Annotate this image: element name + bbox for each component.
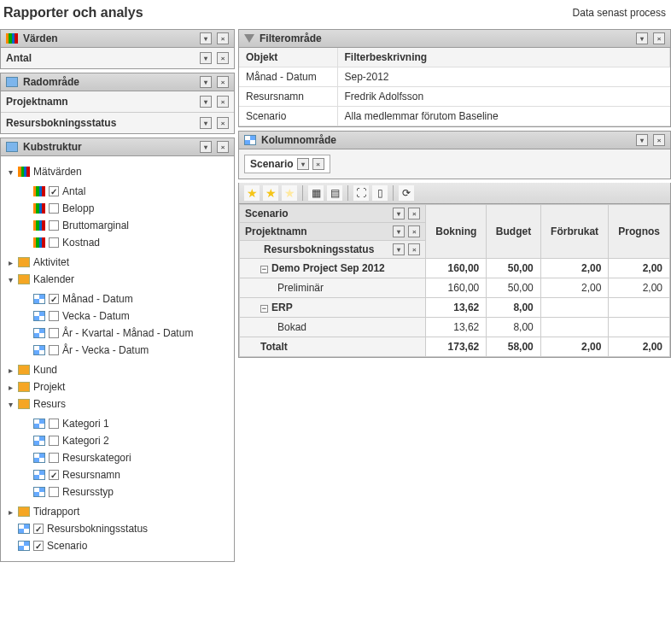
col-header[interactable]: Bokning xyxy=(426,205,487,259)
remove-icon[interactable]: × xyxy=(217,96,229,108)
hierarchy-icon xyxy=(33,419,45,429)
tree-leaf[interactable]: Kategori 2 xyxy=(21,432,230,449)
caret-down-icon[interactable]: ▾ xyxy=(6,167,15,177)
col-header[interactable]: Förbrukat xyxy=(540,205,609,259)
checkbox[interactable] xyxy=(49,311,59,321)
checkbox[interactable] xyxy=(49,436,59,446)
row-field[interactable]: Projektnamn ▾ × xyxy=(1,91,234,113)
column-area-title: Kolumnområde xyxy=(261,134,336,146)
checkbox[interactable] xyxy=(49,453,59,463)
dropdown-icon[interactable]: ▾ xyxy=(200,52,212,64)
tree-node-tidrapport[interactable]: ▸ Tidrapport xyxy=(6,503,230,520)
checkbox[interactable] xyxy=(33,524,44,534)
dropdown-icon[interactable]: ▾ xyxy=(393,243,405,255)
value-field[interactable]: Antal ▾ × xyxy=(1,48,234,68)
checkbox[interactable] xyxy=(49,345,59,355)
checkbox[interactable] xyxy=(49,186,59,196)
dimension-icon xyxy=(18,274,30,284)
close-icon[interactable]: × xyxy=(217,32,229,44)
checkbox[interactable] xyxy=(49,487,59,497)
tree-node-aktivitet[interactable]: ▸ Aktivitet xyxy=(6,254,230,271)
tree-leaf[interactable]: År - Vecka - Datum xyxy=(21,342,230,359)
tree-node-projekt[interactable]: ▸ Projekt xyxy=(6,378,230,395)
layout-icon[interactable]: ▯ xyxy=(372,185,388,201)
favorite-icon[interactable]: ★ xyxy=(244,185,260,201)
tree-leaf[interactable]: År - Kvartal - Månad - Datum xyxy=(21,325,230,342)
tree-node-kalender[interactable]: ▾ Kalender Månad - DatumVecka - DatumÅr … xyxy=(6,271,230,361)
tree-leaf[interactable]: Resursstyp xyxy=(21,483,230,501)
tree-leaf[interactable]: Kategori 1 xyxy=(21,415,230,432)
remove-icon[interactable]: × xyxy=(408,243,420,255)
row-header-projekt: Projektnamn xyxy=(245,225,389,237)
collapse-icon[interactable]: ▾ xyxy=(200,76,212,88)
dropdown-icon[interactable]: ▾ xyxy=(393,208,405,220)
cube-title: Kubstruktur xyxy=(23,141,82,153)
checkbox[interactable] xyxy=(33,541,44,551)
remove-icon[interactable]: × xyxy=(217,52,229,64)
caret-down-icon[interactable]: ▾ xyxy=(6,400,15,409)
checkbox[interactable] xyxy=(49,419,59,429)
caret-right-icon[interactable]: ▸ xyxy=(6,366,15,375)
collapse-icon[interactable]: ▾ xyxy=(200,32,212,44)
dropdown-icon[interactable]: ▾ xyxy=(297,158,309,170)
checkbox[interactable] xyxy=(49,470,59,480)
row-field[interactable]: Resursbokningsstatus ▾ × xyxy=(1,113,234,133)
tree-leaf[interactable]: Scenario xyxy=(6,537,230,554)
star-outline-icon[interactable]: ★ xyxy=(282,185,297,201)
column-chip[interactable]: Scenario ▾ × xyxy=(244,155,330,173)
tree-leaf[interactable]: Belopp xyxy=(21,200,230,217)
caret-right-icon[interactable]: ▸ xyxy=(6,258,15,267)
tree-leaf[interactable]: Vecka - Datum xyxy=(21,307,230,325)
pivot-icon[interactable]: ▤ xyxy=(327,185,342,201)
checkbox[interactable] xyxy=(49,294,59,304)
checkbox[interactable] xyxy=(49,220,59,231)
caret-right-icon[interactable]: ▸ xyxy=(6,383,15,392)
grid-row-label[interactable]: Preliminär xyxy=(240,278,426,298)
filter-key: Scenario xyxy=(239,107,337,126)
checkbox[interactable] xyxy=(49,237,59,248)
tree-leaf[interactable]: Antal xyxy=(21,183,230,200)
col-header[interactable]: Budget xyxy=(487,205,541,259)
row-field-label: Projektnamn xyxy=(6,96,68,108)
tree-leaf[interactable]: Resursbokningsstatus xyxy=(6,520,230,537)
hierarchy-icon xyxy=(33,470,45,480)
tree-node-resurs[interactable]: ▾ Resurs Kategori 1Kategori 2Resurskateg… xyxy=(6,395,230,503)
remove-icon[interactable]: × xyxy=(408,208,420,220)
grid-row-label[interactable]: Bokad xyxy=(240,318,426,337)
remove-icon[interactable]: × xyxy=(408,225,420,237)
tree-leaf[interactable]: Bruttomarginal xyxy=(21,217,230,234)
tree-leaf[interactable]: Resursnamn xyxy=(21,466,230,483)
collapse-row-icon[interactable]: − xyxy=(260,266,268,273)
grid-row-label[interactable]: Totalt xyxy=(240,337,426,357)
close-icon[interactable]: × xyxy=(217,76,229,88)
tree-leaf[interactable]: Månad - Datum xyxy=(21,290,230,307)
col-header[interactable]: Prognos xyxy=(609,205,670,259)
collapse-icon[interactable]: ▾ xyxy=(200,141,212,153)
dropdown-icon[interactable]: ▾ xyxy=(393,225,405,237)
checkbox[interactable] xyxy=(49,203,59,214)
collapse-icon[interactable]: ▾ xyxy=(636,134,648,146)
collapse-icon[interactable]: ▾ xyxy=(636,32,648,44)
refresh-icon[interactable]: ⟳ xyxy=(399,185,414,201)
caret-down-icon[interactable]: ▾ xyxy=(6,275,15,284)
dropdown-icon[interactable]: ▾ xyxy=(200,96,212,108)
close-icon[interactable]: × xyxy=(653,32,665,44)
tree-leaf[interactable]: Resurskategori xyxy=(21,449,230,466)
close-icon[interactable]: × xyxy=(653,134,665,146)
table-icon[interactable]: ▦ xyxy=(308,185,324,201)
remove-icon[interactable]: × xyxy=(217,117,229,129)
close-icon[interactable]: × xyxy=(217,141,229,153)
checkbox[interactable] xyxy=(49,328,59,338)
collapse-row-icon[interactable]: − xyxy=(260,305,268,313)
grid-row-label[interactable]: −Demo Project Sep 2012 xyxy=(240,259,426,278)
caret-right-icon[interactable]: ▸ xyxy=(6,507,15,517)
grid-row-label[interactable]: −ERP xyxy=(240,298,426,318)
tree-leaf[interactable]: Kostnad xyxy=(21,234,230,251)
dropdown-icon[interactable]: ▾ xyxy=(200,117,212,129)
fullscreen-icon[interactable]: ⛶ xyxy=(353,185,369,201)
star-icon[interactable]: ★ xyxy=(263,185,278,201)
remove-icon[interactable]: × xyxy=(312,158,324,170)
row-area-panel: Radområde ▾ × Projektnamn ▾ × Resursbokn… xyxy=(0,73,235,134)
tree-node-kund[interactable]: ▸ Kund xyxy=(6,361,230,378)
tree-node-measures[interactable]: ▾ Mätvärden AntalBeloppBruttomarginalKos… xyxy=(6,163,230,254)
